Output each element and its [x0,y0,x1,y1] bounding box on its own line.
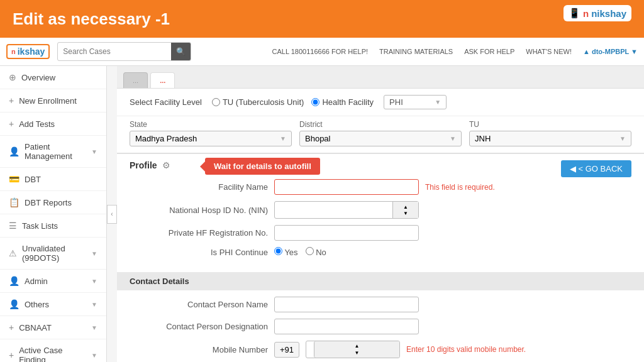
district-arrow-icon: ▼ [450,135,456,142]
mobile-spin-button[interactable]: ▲ ▼ [314,341,399,358]
contact-name-input[interactable] [274,297,419,312]
sidebar-item-new-enrollment[interactable]: + New Enrollment [0,89,106,112]
profile-label: Profile [130,160,157,170]
chevron-down-icon: ▼ [91,278,97,285]
phi-yes-radio[interactable] [274,247,282,255]
user-menu[interactable]: ▲ dto-MPBPL ▼ [583,48,638,55]
main-content: ... ... Select Facility Level TU (Tuberc… [117,66,644,362]
tu-group: TU JNH ▼ [469,120,631,146]
sidebar-item-cbnaat[interactable]: + CBNAAT ▼ [0,316,106,339]
go-back-arrow-icon: ◀ [570,164,576,173]
nin-spinner[interactable]: ▲ ▼ [274,201,419,219]
chevron-down-icon: ▼ [91,148,97,155]
unvalidated-icon: ⚠ [9,248,17,258]
training-link[interactable]: TRAINING MATERIALS [379,48,453,55]
mobile-input-spinner[interactable]: ▲ ▼ [306,341,400,358]
active-case-finding-icon: + [9,350,14,360]
nikshay-logo-nav: n ikshay [6,44,50,59]
chevron-down-icon: ▼ [91,250,97,257]
helpline-link[interactable]: CALL 1800116666 FOR HELP! [272,48,368,55]
nin-label: National Hosp ID No. (NIN) [130,206,268,215]
district-select[interactable]: Bhopal ▼ [299,131,462,146]
phi-continue-label: Is PHI Continue [130,248,268,257]
phi-continue-row: Is PHI Continue Yes No [130,247,631,257]
facility-level-label: Select Facility Level [130,97,202,107]
hf-reg-row: Private HF Registration No. [130,225,631,241]
facility-level-row: Select Facility Level TU (Tuberculosis U… [117,89,644,116]
sidebar-item-overview[interactable]: ⊕ Overview [0,66,106,89]
loading-spinner-icon: ⚙ [162,160,170,170]
district-label: District [299,120,462,129]
facility-name-row: Facility Name This field is required. [130,179,631,195]
whats-new-link[interactable]: WHAT'S NEW! [526,48,572,55]
contact-details-fields: Contact Person Name Contact Person Desig… [117,290,644,362]
sidebar-item-dbt[interactable]: 💳 DBT [0,168,106,191]
sidebar-item-add-tests[interactable]: + Add Tests [0,112,106,136]
state-select[interactable]: Madhya Pradesh ▼ [130,131,292,146]
nav-links: CALL 1800116666 FOR HELP! TRAINING MATER… [272,48,638,55]
phi-dropdown[interactable]: PHI ▼ [384,95,447,109]
phi-yes-label[interactable]: Yes [274,247,298,257]
main-layout: ⊕ Overview + New Enrollment + Add Tests … [0,66,644,362]
tu-select[interactable]: JNH ▼ [469,131,631,146]
profile-section: Profile ⚙ Wait for details to autofill ◀… [117,153,644,270]
autofill-message: Wait for details to autofill [214,162,311,171]
go-back-button[interactable]: ◀ < GO BACK [561,160,631,177]
dbt-icon: 💳 [9,174,19,184]
facility-name-input[interactable] [274,179,419,195]
tab-2[interactable]: ... [150,72,175,88]
nin-spin-button[interactable]: ▲ ▼ [392,202,418,218]
district-group: District Bhopal ▼ [299,120,462,146]
state-arrow-icon: ▼ [280,135,286,142]
navbar: n ikshay 🔍 CALL 1800116666 FOR HELP! TRA… [0,38,644,66]
state-label: State [130,120,292,129]
sidebar-item-patient-management[interactable]: 👤 Patient Management ▼ [0,136,106,168]
top-banner: Edit as necessary -1 📱 nnikshay [0,0,644,38]
search-input[interactable] [58,47,171,56]
sidebar-item-active-case-finding[interactable]: + Active Case Finding ▼ [0,339,106,362]
chevron-down-icon: ▼ [91,324,97,331]
hf-radio-label[interactable]: Health Facility [311,97,374,107]
location-row: State Madhya Pradesh ▼ District Bhopal ▼… [117,116,644,153]
nin-row: National Hosp ID No. (NIN) ▲ ▼ [130,201,631,219]
hf-reg-label: Private HF Registration No. [130,228,268,238]
dropdown-arrow-icon: ▼ [435,99,441,106]
tu-label: TU [469,120,631,129]
tabs-bar: ... ... [117,66,644,89]
contact-designation-row: Contact Person Designation [130,319,631,334]
ask-help-link[interactable]: ASK FOR HELP [464,48,514,55]
overview-icon: ⊕ [9,72,16,82]
sidebar-item-dbt-reports[interactable]: 📋 DBT Reports [0,191,106,214]
page-title: Edit as necessary -1 [13,9,170,29]
phi-no-radio[interactable] [306,247,314,255]
hf-reg-input[interactable] [274,225,419,241]
task-lists-icon: ☰ [9,221,17,231]
mobile-number-row: Mobile Number +91 ▲ ▼ Enter 10 digits va… [130,341,631,358]
tab-1[interactable]: ... [123,72,148,88]
sidebar-toggle[interactable]: ‹ [107,205,117,224]
sidebar-item-others[interactable]: 👤 Others ▼ [0,293,106,316]
chevron-down-icon: ▼ [91,301,97,308]
sidebar-item-unvalidated[interactable]: ⚠ Unvalidated (99DOTS) ▼ [0,238,106,270]
search-button[interactable]: 🔍 [171,43,191,60]
facility-name-error: This field is required. [425,183,495,192]
contact-name-row: Contact Person Name [130,297,631,312]
facility-name-label: Facility Name [130,182,268,192]
admin-icon: 👤 [9,276,19,286]
phi-no-label[interactable]: No [306,247,326,257]
search-box[interactable]: 🔍 [57,42,191,61]
sidebar-item-task-lists[interactable]: ☰ Task Lists [0,214,106,238]
nikshay-logo-banner: 📱 nnikshay [564,5,631,21]
tu-radio[interactable] [212,98,220,106]
contact-designation-input[interactable] [274,319,419,334]
facility-level-radio-group: TU (Tuberculosis Unit) Health Facility [212,97,374,107]
contact-name-label: Contact Person Name [130,300,268,309]
hf-radio[interactable] [311,98,319,106]
phi-continue-radio-group: Yes No [274,247,326,257]
phone-prefix: +91 [274,342,299,358]
tu-radio-label[interactable]: TU (Tuberculosis Unit) [212,97,304,107]
tu-arrow-icon: ▼ [619,135,626,142]
dbt-reports-icon: 📋 [9,197,19,207]
sidebar-item-admin[interactable]: 👤 Admin ▼ [0,270,106,293]
others-icon: 👤 [9,299,19,309]
